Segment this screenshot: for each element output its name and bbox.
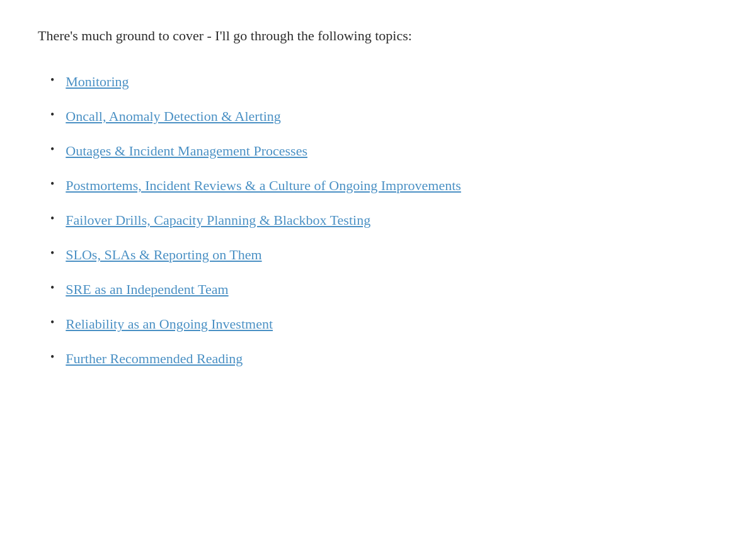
list-item: •Postmortems, Incident Reviews & a Cultu… xyxy=(50,175,718,196)
bullet-icon: • xyxy=(50,279,54,297)
bullet-icon: • xyxy=(50,244,54,262)
topic-link-sre-team[interactable]: SRE as an Independent Team xyxy=(66,279,228,300)
bullet-icon: • xyxy=(50,106,54,124)
list-item: •SLOs, SLAs & Reporting on Them xyxy=(50,244,718,265)
topic-link-monitoring[interactable]: Monitoring xyxy=(66,71,129,92)
list-item: •Monitoring xyxy=(50,71,718,92)
bullet-icon: • xyxy=(50,71,54,89)
topic-link-further-reading[interactable]: Further Recommended Reading xyxy=(66,348,243,369)
intro-paragraph: There's much ground to cover - I'll go t… xyxy=(38,25,718,46)
topic-link-oncall[interactable]: Oncall, Anomaly Detection & Alerting xyxy=(66,106,281,127)
topics-list: •Monitoring•Oncall, Anomaly Detection & … xyxy=(50,71,718,369)
topic-link-postmortems[interactable]: Postmortems, Incident Reviews & a Cultur… xyxy=(66,175,461,196)
topic-link-slos[interactable]: SLOs, SLAs & Reporting on Them xyxy=(66,244,261,265)
list-item: •Oncall, Anomaly Detection & Alerting xyxy=(50,106,718,127)
bullet-icon: • xyxy=(50,313,54,332)
list-item: •Outages & Incident Management Processes xyxy=(50,140,718,161)
topic-link-reliability[interactable]: Reliability as an Ongoing Investment xyxy=(66,313,273,334)
topic-link-outages[interactable]: Outages & Incident Management Processes xyxy=(66,140,307,161)
list-item: •SRE as an Independent Team xyxy=(50,279,718,300)
bullet-icon: • xyxy=(50,140,54,159)
list-item: •Failover Drills, Capacity Planning & Bl… xyxy=(50,210,718,230)
list-item: •Further Recommended Reading xyxy=(50,348,718,369)
bullet-icon: • xyxy=(50,210,54,228)
list-item: •Reliability as an Ongoing Investment xyxy=(50,313,718,334)
bullet-icon: • xyxy=(50,348,54,366)
bullet-icon: • xyxy=(50,175,54,193)
topic-link-failover[interactable]: Failover Drills, Capacity Planning & Bla… xyxy=(66,210,370,230)
